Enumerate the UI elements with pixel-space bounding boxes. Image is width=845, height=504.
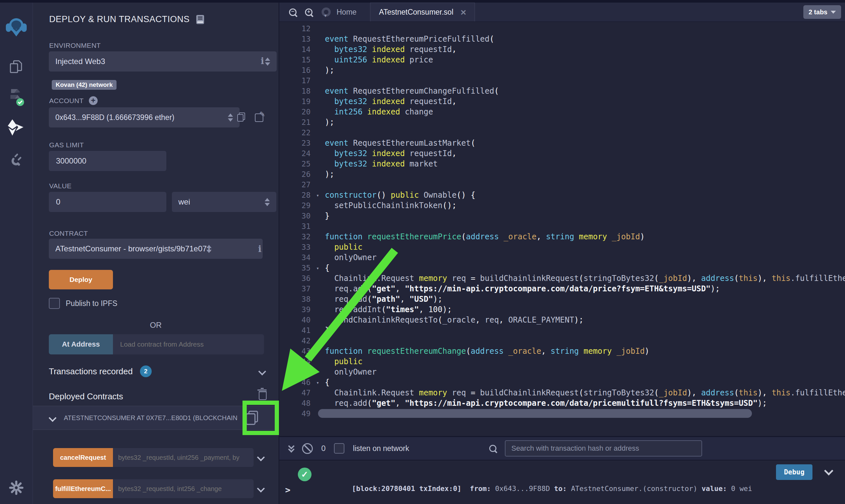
terminal-log-area: [block:20780401 txIndex:0] from: 0x643..… bbox=[279, 461, 845, 504]
code-line: 46▾{ bbox=[279, 377, 845, 388]
account-value: 0x643...9F88D (1.666673996 ether) bbox=[55, 113, 174, 122]
fulfill-ethereum-button[interactable]: fulfillEthereumC... bbox=[53, 479, 113, 498]
edit-account-icon[interactable] bbox=[255, 113, 263, 122]
remix-logo-icon[interactable] bbox=[0, 15, 33, 40]
at-address-input[interactable] bbox=[113, 334, 264, 355]
top-strip bbox=[0, 0, 845, 3]
transactions-count-badge: 2 bbox=[140, 365, 152, 377]
code-line: 32function requestEthereumPrice(address … bbox=[279, 232, 845, 242]
copy-contract-address-icon[interactable] bbox=[246, 411, 258, 425]
select-caret-icon bbox=[265, 198, 270, 206]
code-line: 29 setPublicChainlinkToken(); bbox=[279, 200, 845, 211]
environment-value: Injected Web3 bbox=[55, 57, 105, 66]
network-badge: Kovan (42) network bbox=[52, 80, 117, 90]
select-caret-icon bbox=[206, 245, 211, 253]
contract-select[interactable]: ATestnetConsumer - browser/gists/9b71e07… bbox=[49, 239, 263, 259]
listen-network-checkbox[interactable] bbox=[334, 443, 344, 454]
close-tab-icon[interactable]: × bbox=[461, 9, 466, 16]
tx-success-icon bbox=[298, 468, 311, 481]
deployed-contracts-label: Deployed Contracts bbox=[49, 392, 123, 401]
code-line: 41} bbox=[279, 325, 845, 336]
zoom-in-icon[interactable]: + bbox=[305, 8, 312, 16]
icon-sidebar bbox=[0, 3, 33, 504]
tx-log-entry[interactable]: [block:20780401 txIndex:0] from: 0x643..… bbox=[352, 464, 752, 504]
code-line: 28▾constructor() public Ownable() { bbox=[279, 190, 845, 200]
code-line: 20 int256 indexed change bbox=[279, 107, 845, 117]
select-caret-icon bbox=[228, 113, 233, 122]
code-line: 22 bbox=[279, 127, 845, 138]
tab-active-file[interactable]: ATestnetConsumer.sol × bbox=[370, 3, 475, 21]
account-select[interactable]: 0x643...9F88D (1.666673996 ether) bbox=[49, 107, 240, 127]
active-tab-label: ATestnetConsumer.sol bbox=[379, 8, 453, 17]
fulfill-ethereum-expand-icon[interactable] bbox=[257, 485, 265, 492]
terminal-menu-bar: 0 listen on network bbox=[279, 436, 845, 461]
cancel-request-args-input[interactable] bbox=[113, 448, 254, 467]
deployed-contract-row[interactable]: ATESTNETCONSUMER AT 0X7E7...E80D1 (BLOCK… bbox=[33, 406, 279, 430]
value-unit: wei bbox=[178, 197, 190, 206]
deploy-run-panel: DEPLOY & RUN TRANSACTIONS ENVIRONMENT In… bbox=[33, 3, 279, 504]
gas-limit-input[interactable] bbox=[49, 151, 166, 171]
deploy-run-icon[interactable] bbox=[0, 117, 33, 139]
tab-home[interactable]: Home bbox=[337, 8, 357, 17]
contract-collapse-icon[interactable] bbox=[49, 414, 56, 422]
environment-info-icon[interactable] bbox=[261, 56, 265, 66]
settings-gear-icon[interactable] bbox=[0, 478, 33, 498]
code-line: 21); bbox=[279, 117, 845, 127]
at-address-button[interactable]: At Address bbox=[49, 334, 113, 355]
deployed-contract-title: ATESTNETCONSUMER AT 0X7E7...E80D1 (BLOCK… bbox=[64, 414, 242, 422]
publish-ipfs-checkbox[interactable] bbox=[49, 298, 60, 309]
terminal-prompt[interactable]: > bbox=[285, 485, 290, 495]
tabs-count-label: 2 tabs bbox=[809, 8, 827, 16]
clear-deployed-trash-icon[interactable] bbox=[259, 391, 266, 400]
terminal: 0 listen on network [block:20780401 txIn… bbox=[279, 436, 845, 504]
code-line: 42 bbox=[279, 336, 845, 346]
zoom-out-icon[interactable]: − bbox=[289, 8, 296, 16]
fulfill-ethereum-args-input[interactable] bbox=[113, 479, 254, 498]
cancel-request-expand-icon[interactable] bbox=[257, 453, 265, 461]
tabs-count-button[interactable]: 2 tabs bbox=[803, 5, 841, 19]
cancel-request-button[interactable]: cancelRequest bbox=[53, 448, 113, 467]
documentation-icon[interactable] bbox=[196, 15, 204, 24]
plugin-manager-icon[interactable] bbox=[0, 149, 33, 169]
code-line: 12 bbox=[279, 23, 845, 34]
or-separator: OR bbox=[33, 321, 279, 330]
remix-ide-window: DEPLOY & RUN TRANSACTIONS ENVIRONMENT In… bbox=[0, 0, 845, 504]
home-tab-icon[interactable] bbox=[322, 7, 331, 17]
file-explorer-icon[interactable] bbox=[0, 57, 33, 77]
select-caret-icon bbox=[265, 57, 270, 66]
contract-value: ATestnetConsumer - browser/gists/9b71e07… bbox=[55, 244, 211, 253]
code-line: 31 bbox=[279, 221, 845, 232]
transactions-expand-icon[interactable] bbox=[258, 367, 266, 375]
code-line: 19 bytes32 indexed requestId, bbox=[279, 96, 845, 107]
value-unit-select[interactable]: wei bbox=[172, 192, 276, 212]
clear-console-icon[interactable] bbox=[302, 443, 313, 454]
code-line: 36 Chainlink.Request memory req = buildC… bbox=[279, 273, 845, 284]
code-line: 47 Chainlink.Request memory req = buildC… bbox=[279, 388, 845, 398]
value-input[interactable] bbox=[49, 192, 166, 212]
code-line: 33 public bbox=[279, 242, 845, 252]
tx-expand-icon[interactable] bbox=[826, 468, 832, 475]
environment-select[interactable]: Injected Web3 bbox=[49, 51, 277, 72]
account-label: ACCOUNT bbox=[49, 97, 84, 105]
listen-network-label: listen on network bbox=[353, 444, 409, 453]
code-line: 44 public bbox=[279, 356, 845, 367]
add-account-icon[interactable] bbox=[89, 96, 98, 105]
solidity-compiler-icon[interactable] bbox=[0, 87, 33, 108]
terminal-search-input[interactable] bbox=[505, 440, 702, 456]
horizontal-scrollbar[interactable] bbox=[318, 409, 752, 418]
code-line: 38 req.add("path", "USD"); bbox=[279, 294, 845, 304]
terminal-search-icon bbox=[489, 445, 496, 452]
code-editor[interactable]: 1213event RequestEthereumPriceFulfilled(… bbox=[279, 21, 845, 436]
code-line: 39 req.addInt("times", 100); bbox=[279, 304, 845, 315]
terminal-expand-icon[interactable] bbox=[289, 446, 294, 452]
code-line: 37 req.add("get", "https://min-api.crypt… bbox=[279, 284, 845, 294]
code-line: 16); bbox=[279, 65, 845, 75]
publish-ipfs-label: Publish to IPFS bbox=[66, 299, 118, 308]
debug-button[interactable]: Debug bbox=[776, 464, 812, 480]
deploy-button[interactable]: Deploy bbox=[49, 270, 113, 289]
code-line: 23event RequestEthereumLastMarket( bbox=[279, 138, 845, 148]
contract-info-icon[interactable] bbox=[258, 244, 263, 254]
gas-limit-label: GAS LIMIT bbox=[49, 141, 84, 149]
transactions-recorded-label: Transactions recorded bbox=[49, 366, 133, 377]
copy-account-icon[interactable] bbox=[237, 112, 245, 122]
